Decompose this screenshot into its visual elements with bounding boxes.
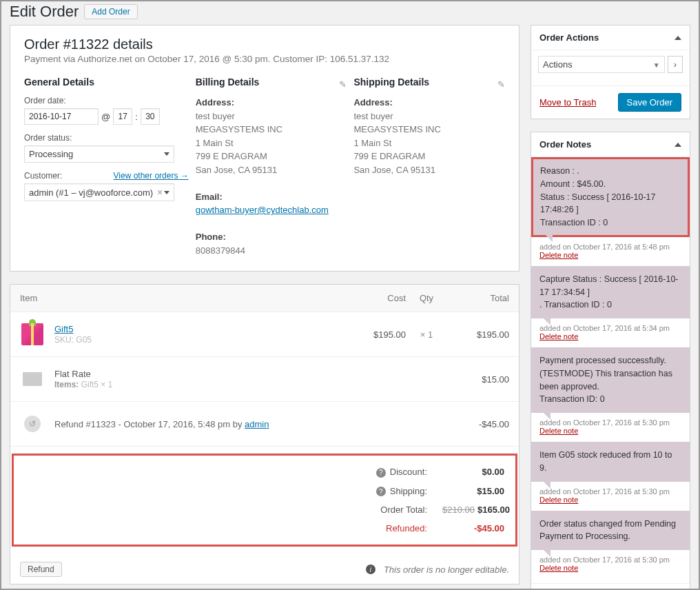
item-qty: × 1 xyxy=(406,329,447,340)
shipping-line5: San Jose, CA 95131 xyxy=(353,165,435,175)
billing-line2: MEGASYSTEMS INC xyxy=(196,124,282,134)
customer-select[interactable]: admin (#1 – vj@wooforce.com) × xyxy=(24,183,174,201)
order-details-box: Order #11322 details Payment via Authori… xyxy=(10,25,519,272)
order-hour-input[interactable] xyxy=(113,108,132,125)
sku-value: G05 xyxy=(76,335,92,345)
order-heading: Order #11322 details xyxy=(24,37,505,52)
chevron-down-icon xyxy=(164,191,169,194)
order-note: Capture Status : Success [ 2016-10-17 17… xyxy=(531,266,690,318)
view-other-orders-link[interactable]: View other orders → xyxy=(114,171,189,181)
move-to-trash-link[interactable]: Move to Trash xyxy=(539,97,596,108)
shipping-method-name: Flat Rate xyxy=(54,369,91,379)
date-at: @ xyxy=(101,112,110,122)
help-icon[interactable]: ? xyxy=(376,468,386,478)
billing-title: Billing Details xyxy=(196,77,347,88)
truck-icon xyxy=(23,372,42,386)
order-status-label: Order status: xyxy=(24,133,189,143)
gift-icon xyxy=(21,323,43,345)
billing-email-link[interactable]: gowtham-buyer@cydtechlab.com xyxy=(196,205,329,215)
billing-email-label: Email: xyxy=(196,192,223,202)
edit-billing-icon[interactable]: ✎ xyxy=(339,79,347,90)
order-status-value: Processing xyxy=(29,149,73,159)
general-details: General Details Order date: @ : Order st… xyxy=(24,77,189,257)
add-order-button[interactable]: Add Order xyxy=(84,4,137,19)
order-note: Payment processed successfully. (TESTMOD… xyxy=(531,347,690,413)
item-total: $195.00 xyxy=(447,329,509,340)
billing-line3: 1 Main St xyxy=(196,138,234,148)
refunded-value: -$45.00 xyxy=(442,523,504,533)
order-date-label: Order date: xyxy=(24,96,189,105)
refund-thumbnail: ↺ xyxy=(20,411,45,436)
sku-label: SKU: xyxy=(54,335,74,345)
shipping-line2: MEGASYSTEMS INC xyxy=(353,124,440,134)
order-total-label: Order Total: xyxy=(25,505,442,515)
order-date-input[interactable] xyxy=(24,108,99,125)
actions-go-button[interactable]: › xyxy=(668,56,683,73)
shipping-items-detail: Gift5 × 1 xyxy=(81,380,113,389)
order-note: Reason : . Amount : $45.00. Status : Suc… xyxy=(531,157,690,237)
shipping-details: ✎ Shipping Details Address: test buyer M… xyxy=(353,77,505,257)
collapse-icon[interactable] xyxy=(675,143,681,147)
help-icon[interactable]: ? xyxy=(376,487,386,496)
order-notes-title: Order Notes xyxy=(539,139,591,150)
delete-note-link[interactable]: Delete note xyxy=(539,251,578,259)
shipping-title: Shipping Details xyxy=(353,77,505,88)
actions-select-value: Actions xyxy=(543,59,573,70)
edit-shipping-icon[interactable]: ✎ xyxy=(497,79,505,90)
date-sep: : xyxy=(135,112,138,122)
order-subheading: Payment via Authorize.net on October 17,… xyxy=(24,54,505,64)
shipping-line1: test buyer xyxy=(353,111,393,121)
refund-button[interactable]: Refund xyxy=(20,562,62,577)
refund-row: ↺ Refund #11323 - October 17, 2016, 5:48… xyxy=(10,402,519,447)
refund-text: Refund #11323 - October 17, 2016, 5:48 p… xyxy=(54,419,245,429)
item-name-link[interactable]: Gift5 xyxy=(54,324,73,334)
delete-note-link[interactable]: Delete note xyxy=(539,564,578,572)
info-icon: i xyxy=(366,564,375,574)
save-order-button[interactable]: Save Order xyxy=(618,93,681,112)
order-totals-box: ?Discount: $0.00 ?Shipping: $15.00 Order… xyxy=(12,454,517,547)
billing-line5: San Jose, CA 95131 xyxy=(196,165,278,175)
clear-customer-icon[interactable]: × xyxy=(157,187,163,198)
order-actions-heading[interactable]: Order Actions xyxy=(531,26,690,50)
item-thumbnail xyxy=(20,322,45,347)
shipping-total: $15.00 xyxy=(447,374,509,385)
page-title: Edit Order xyxy=(10,3,79,21)
customer-value: admin (#1 – vj@wooforce.com) xyxy=(29,187,153,198)
item-cost: $195.00 xyxy=(344,329,406,340)
order-notes-box: Order Notes Reason : . Amount : $45.00. … xyxy=(531,132,690,590)
col-total: Total xyxy=(447,293,509,303)
billing-address-label: Address: xyxy=(196,97,234,108)
delete-note-link[interactable]: Delete note xyxy=(539,496,578,504)
delete-note-link[interactable]: Delete note xyxy=(539,427,578,435)
refund-by-link[interactable]: admin xyxy=(245,419,269,429)
chevron-down-icon xyxy=(653,59,660,70)
customer-label: Customer: xyxy=(24,171,62,181)
order-minute-input[interactable] xyxy=(141,108,160,125)
collapse-icon[interactable] xyxy=(675,36,681,40)
billing-line4: 799 E DRAGRAM xyxy=(196,151,267,161)
refund-icon: ↺ xyxy=(24,416,41,432)
shipping-value: $15.00 xyxy=(442,486,504,496)
order-notes-heading[interactable]: Order Notes xyxy=(531,132,690,157)
order-note-meta: added on October 17, 2016 at 5:30 pm Del… xyxy=(531,482,690,511)
order-note-meta: added on October 17, 2016 at 5:30 pm Del… xyxy=(531,550,690,579)
billing-phone: 8088379844 xyxy=(196,245,245,256)
refund-total: -$45.00 xyxy=(447,419,509,429)
order-note-meta: added on October 17, 2016 at 5:30 pm Del… xyxy=(531,413,690,442)
delete-note-link[interactable]: Delete note xyxy=(539,332,578,340)
no-edit-text: This order is no longer editable. xyxy=(384,564,509,575)
shipping-items-label: Items: xyxy=(54,380,79,389)
order-note-meta: added on October 17, 2016 at 5:34 pm Del… xyxy=(531,318,690,347)
order-status-select[interactable]: Processing xyxy=(24,145,174,163)
shipping-row: Flat Rate Items: Gift5 × 1 $15.00 xyxy=(10,357,519,402)
order-items-box: Item Cost Qty Total Gift5 SKU: G05 $195.… xyxy=(10,284,519,584)
col-cost: Cost xyxy=(344,293,406,303)
discount-value: $0.00 xyxy=(442,467,504,477)
order-note-meta: added on October 17, 2016 at 5:48 pm Del… xyxy=(531,237,690,266)
order-actions-box: Order Actions Actions › Move to Trash Sa… xyxy=(531,25,690,119)
col-qty: Qty xyxy=(406,293,447,303)
discount-label: Discount: xyxy=(390,467,427,477)
refunded-label: Refunded: xyxy=(25,523,442,533)
actions-select[interactable]: Actions xyxy=(538,56,665,73)
shipping-label: Shipping: xyxy=(390,486,427,496)
